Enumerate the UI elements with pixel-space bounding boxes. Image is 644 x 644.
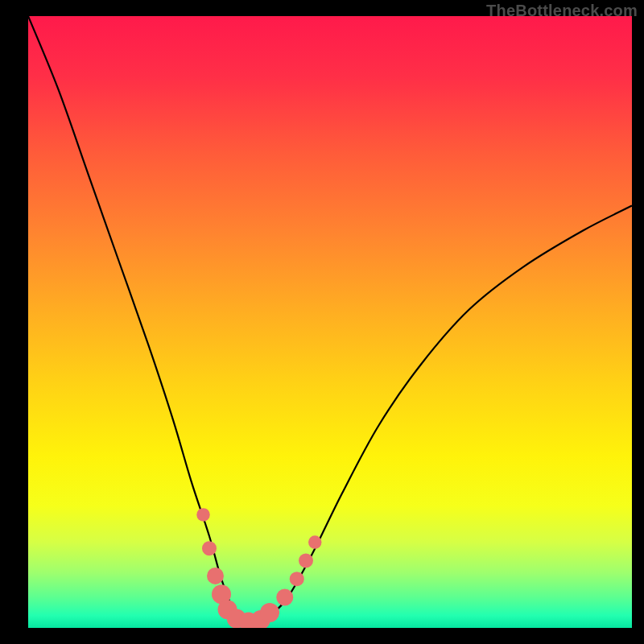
chart-frame: TheBottleneck.com <box>0 0 644 644</box>
svg-rect-0 <box>28 16 632 628</box>
plot-area <box>28 16 632 628</box>
background-gradient <box>28 16 632 628</box>
watermark-label: TheBottleneck.com <box>486 2 638 20</box>
